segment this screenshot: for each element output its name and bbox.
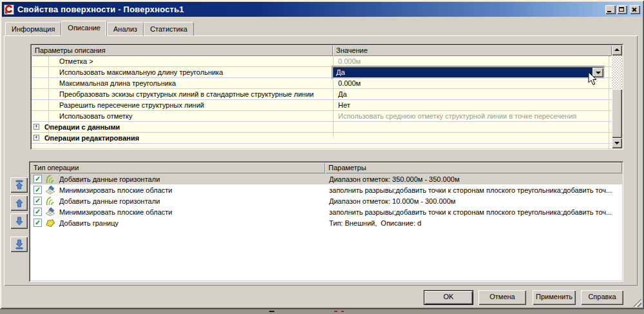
scrollbar-thumb[interactable] xyxy=(612,89,622,138)
flatten-areas-icon xyxy=(45,207,55,217)
contour-data-icon xyxy=(45,174,55,184)
table-row[interactable]: Разрешить пересечение структурных линий … xyxy=(32,100,612,111)
param-value: Да xyxy=(333,89,612,99)
move-down-button[interactable] xyxy=(10,213,28,229)
move-up-button[interactable] xyxy=(10,195,28,211)
tab-analysis[interactable]: Анализ xyxy=(107,22,144,35)
resize-grip[interactable] xyxy=(633,299,641,307)
column-header-parameters[interactable]: Параметры описания xyxy=(32,45,333,56)
tab-bar: Информация Описание Анализ Статистика xyxy=(5,20,194,35)
operation-row[interactable]: ✓ Минимизировать плоские области заполни… xyxy=(30,184,622,195)
operations-grid: Тип операции Параметры ✓ Добавить данн xyxy=(29,161,623,282)
column-header-parameters[interactable]: Параметры xyxy=(325,162,622,173)
screen: Свойства поверхности - Поверхность1 Инфо… xyxy=(0,0,644,314)
param-value: 0.000м xyxy=(333,78,612,88)
operation-params: заполнить разрывы;добавить точки к сторо… xyxy=(325,185,622,195)
param-value: Нет xyxy=(333,100,612,110)
surface-properties-dialog: Свойства поверхности - Поверхность1 Инфо… xyxy=(0,0,644,309)
param-name: Использовать максимальную длину треуголь… xyxy=(32,67,333,77)
operation-row[interactable]: ✓ Минимизировать плоские области заполни… xyxy=(30,206,622,217)
operation-name: Минимизировать плоские области xyxy=(59,185,172,195)
scroll-down-icon[interactable] xyxy=(612,138,622,148)
param-name: Разрешить пересечение структурных линий xyxy=(32,100,333,110)
operations-grid-header: Тип операции Параметры xyxy=(30,162,622,173)
flatten-areas-icon xyxy=(45,185,55,195)
param-value xyxy=(333,133,612,143)
table-row-group[interactable]: + Операции редактирования xyxy=(32,133,612,144)
tab-information[interactable]: Информация xyxy=(5,22,61,35)
definition-options-grid: Параметры описания Значение Отметка > 0.… xyxy=(30,44,623,150)
surface-properties-icon xyxy=(4,5,14,15)
group-name: Операции редактирования xyxy=(32,133,333,143)
param-value xyxy=(333,122,612,132)
move-top-icon xyxy=(15,180,24,190)
tab-definition[interactable]: Описание xyxy=(61,21,107,36)
param-name: Отметка > xyxy=(32,56,333,66)
expand-icon[interactable]: + xyxy=(33,135,39,141)
operation-params: Диапазон отметок: 10.000м - 300.000м xyxy=(325,196,622,206)
tab-statistics[interactable]: Статистика xyxy=(144,22,194,35)
move-down-icon xyxy=(15,216,24,226)
move-bottom-button[interactable] xyxy=(10,237,28,252)
definition-grid-header: Параметры описания Значение xyxy=(32,45,622,56)
definition-grid-scrollbar[interactable] xyxy=(612,45,622,148)
maximize-icon[interactable] xyxy=(617,5,627,14)
minimize-icon[interactable] xyxy=(605,5,616,14)
background-app-strip xyxy=(0,309,644,314)
operation-row[interactable]: ✓ Добавить границу Тип: Внешний, Описани… xyxy=(30,217,622,228)
move-up-icon xyxy=(15,198,24,208)
param-name: Преобразовать эскизы структурных линий в… xyxy=(32,89,333,99)
operation-checkbox[interactable]: ✓ xyxy=(33,219,42,227)
background-mark xyxy=(269,311,274,312)
operation-row[interactable]: ✓ Добавить данные горизонтали Диапазон о… xyxy=(30,173,622,184)
dropdown-selected-value: Да xyxy=(334,68,603,77)
boundary-icon xyxy=(45,218,55,228)
operation-name: Добавить данные горизонтали xyxy=(59,174,160,184)
param-value: Использовать среднюю отметку структурной… xyxy=(333,111,612,121)
table-row[interactable]: Преобразовать эскизы структурных линий в… xyxy=(32,89,612,100)
operation-name: Минимизировать плоские области xyxy=(59,207,172,217)
ok-button[interactable]: OK xyxy=(424,290,473,305)
param-value: 0.000м xyxy=(333,56,612,66)
value-dropdown[interactable]: Да xyxy=(332,66,605,79)
operation-checkbox[interactable]: ✓ xyxy=(33,208,42,216)
operation-checkbox[interactable]: ✓ xyxy=(33,186,42,194)
operation-name: Добавить границу xyxy=(59,218,118,228)
param-name: Максимальная длина треугольника xyxy=(32,78,333,88)
param-name: Использовать отметку xyxy=(32,111,333,121)
grid-column-line xyxy=(609,56,609,148)
titlebar[interactable]: Свойства поверхности - Поверхность1 xyxy=(2,2,642,17)
grid-column-line xyxy=(48,56,49,137)
mouse-cursor xyxy=(588,72,598,86)
group-name: Операции с данными xyxy=(32,122,333,132)
table-row[interactable]: Использовать отметку Использовать средню… xyxy=(32,111,612,122)
expand-icon[interactable]: + xyxy=(33,124,39,130)
window-title: Свойства поверхности - Поверхность1 xyxy=(17,5,184,14)
contour-data-icon xyxy=(45,196,55,206)
close-icon[interactable] xyxy=(630,5,640,14)
move-top-button[interactable] xyxy=(10,177,28,193)
operation-checkbox[interactable]: ✓ xyxy=(33,175,42,183)
operation-row[interactable]: ✓ Добавить данные горизонтали Диапазон о… xyxy=(30,195,622,206)
table-row-group[interactable]: + Операции с данными xyxy=(32,122,612,133)
help-button[interactable]: Справка xyxy=(581,290,623,305)
table-row[interactable]: Максимальная длина треугольника 0.000м xyxy=(32,78,612,89)
operation-name: Добавить данные горизонтали xyxy=(59,196,160,206)
operation-params: Диапазон отметок: 350.000м - 350.000м xyxy=(325,174,622,184)
background-mark xyxy=(334,311,337,312)
cancel-button[interactable]: Отмена xyxy=(478,290,526,305)
operation-checkbox[interactable]: ✓ xyxy=(33,197,42,205)
operation-params: Тип: Внешний, Описание: d xyxy=(325,218,622,228)
operations-grid-body: ✓ Добавить данные горизонтали Диапазон о… xyxy=(30,173,622,280)
apply-button[interactable]: Применить xyxy=(533,290,576,305)
move-bottom-icon xyxy=(15,239,24,250)
column-header-operation-type[interactable]: Тип операции xyxy=(30,162,325,173)
operation-params: заполнить разрывы;добавить точки к сторо… xyxy=(325,207,622,217)
background-mark xyxy=(341,311,344,312)
column-header-value[interactable]: Значение xyxy=(333,45,612,56)
